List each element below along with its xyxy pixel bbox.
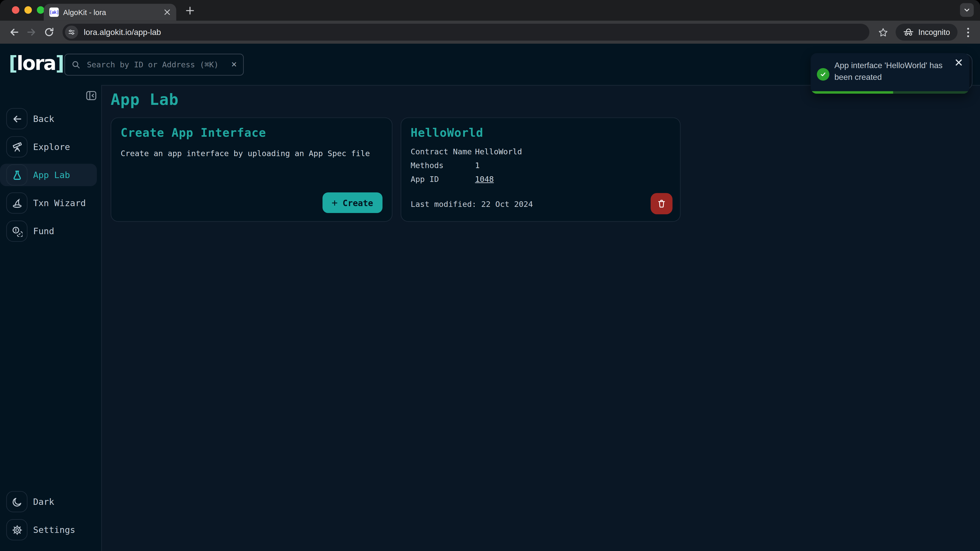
sidebar-nav: Back Explore App Lab xyxy=(0,107,101,242)
lora-app: [lora] × Back xyxy=(0,44,980,551)
tab-strip: [ak] AlgoKit - lora xyxy=(0,0,980,21)
app-id-link[interactable]: 1048 xyxy=(475,175,494,183)
sidebar-item-fund[interactable]: Fund xyxy=(0,220,101,242)
back-arrow-icon[interactable] xyxy=(6,108,27,129)
lora-logo[interactable]: [lora] xyxy=(9,52,63,74)
back-button[interactable] xyxy=(5,24,23,41)
flask-icon[interactable] xyxy=(6,164,27,186)
cards-row: Create App Interface Create an app inter… xyxy=(110,118,980,222)
toast-message: App interface 'HelloWorld' has been crea… xyxy=(834,59,954,83)
table-row: Contract Name HelloWorld xyxy=(410,148,671,156)
create-button-label: Create xyxy=(343,198,373,208)
tab-close-icon[interactable] xyxy=(164,9,171,16)
search-box[interactable]: × xyxy=(64,54,244,76)
tab-title: AlgoKit - lora xyxy=(63,8,164,17)
logo-bracket-close: ] xyxy=(56,52,64,74)
create-card-title: Create App Interface xyxy=(121,126,383,139)
telescope-icon[interactable] xyxy=(6,136,27,157)
create-card-description: Create an app interface by uploading an … xyxy=(121,149,383,158)
main-panel: App Lab Create App Interface Create an a… xyxy=(102,85,980,551)
search-clear-icon[interactable]: × xyxy=(231,60,237,69)
new-tab-button[interactable] xyxy=(184,4,196,17)
app-card-rows: Contract Name HelloWorld Methods 1 App I… xyxy=(410,148,671,183)
table-row: App ID 1048 xyxy=(410,175,671,183)
page-title: App Lab xyxy=(110,92,980,108)
create-button[interactable]: + Create xyxy=(322,192,383,213)
app-card-title: HelloWorld xyxy=(410,126,671,139)
sidebar-item-explore[interactable]: Explore xyxy=(0,135,101,158)
search-icon xyxy=(71,60,81,69)
sidebar: Back Explore App Lab xyxy=(0,85,102,551)
sidebar-item-label: Explore xyxy=(33,142,70,152)
row-value: HelloWorld xyxy=(475,148,522,156)
reload-button[interactable] xyxy=(40,24,58,41)
url-text: lora.algokit.io/app-lab xyxy=(84,27,161,37)
sidebar-item-back[interactable]: Back xyxy=(0,107,101,130)
plus-icon: + xyxy=(331,197,338,209)
last-modified-text: Last modified: 22 Oct 2024 xyxy=(410,199,533,209)
forward-button[interactable] xyxy=(22,24,40,41)
incognito-icon xyxy=(903,28,914,36)
coins-icon[interactable] xyxy=(6,221,27,241)
sidebar-item-settings[interactable]: Settings xyxy=(0,519,101,541)
gear-icon[interactable] xyxy=(6,519,27,540)
close-window-button[interactable] xyxy=(12,6,19,14)
delete-app-button[interactable] xyxy=(651,193,673,214)
tab-favicon: [ak] xyxy=(49,7,59,17)
sidebar-item-txn-wizard[interactable]: Txn Wizard xyxy=(0,192,101,214)
trash-icon xyxy=(657,199,667,209)
tab-overview-chevron-icon[interactable] xyxy=(960,3,974,17)
wizard-hat-icon[interactable] xyxy=(6,192,27,213)
sidebar-item-label: Settings xyxy=(33,525,75,535)
collapse-sidebar-icon[interactable] xyxy=(86,90,97,101)
row-label: Contract Name xyxy=(410,148,475,156)
sidebar-item-label: Txn Wizard xyxy=(33,198,86,208)
toast-progress-bar xyxy=(811,91,969,94)
sidebar-item-label: Dark xyxy=(33,497,54,507)
helloworld-app-card: HelloWorld Contract Name HelloWorld Meth… xyxy=(401,118,681,222)
browser-tab[interactable]: [ak] AlgoKit - lora xyxy=(44,4,176,21)
success-check-icon xyxy=(817,68,829,81)
browser-toolbar: lora.algokit.io/app-lab Incognito xyxy=(0,21,980,44)
row-value: 1 xyxy=(475,161,479,170)
moon-icon[interactable] xyxy=(6,491,27,512)
sidebar-item-label: Fund xyxy=(33,226,54,236)
incognito-label: Incognito xyxy=(918,28,950,37)
logo-text: lora xyxy=(17,52,56,74)
address-bar[interactable]: lora.algokit.io/app-lab xyxy=(62,24,870,41)
screen: [ak] AlgoKit - lora lora.algokit.io/a xyxy=(0,0,980,551)
sidebar-item-app-lab[interactable]: App Lab xyxy=(0,164,97,186)
minimize-window-button[interactable] xyxy=(24,6,32,14)
favicon-text: [ak] xyxy=(49,10,59,15)
toast-close-icon[interactable] xyxy=(955,59,963,66)
logo-bracket-open: [ xyxy=(9,52,17,74)
toast-notification: App interface 'HelloWorld' has been crea… xyxy=(811,53,969,94)
incognito-badge: Incognito xyxy=(896,24,958,41)
sidebar-item-theme-dark[interactable]: Dark xyxy=(0,490,101,513)
zoom-window-button[interactable] xyxy=(37,6,44,14)
toast-progress-fill xyxy=(811,91,893,94)
create-app-interface-card: Create App Interface Create an app inter… xyxy=(110,118,392,222)
window-controls xyxy=(12,6,45,14)
row-label: App ID xyxy=(410,175,475,183)
sidebar-footer: Dark Settings xyxy=(0,490,101,541)
app-shell: Back Explore App Lab xyxy=(0,85,980,551)
toast-stack: App interface 'HelloWorld' has been crea… xyxy=(811,53,969,94)
sidebar-item-label: App Lab xyxy=(33,170,70,180)
bookmark-star-icon[interactable] xyxy=(875,24,892,41)
sidebar-item-label: Back xyxy=(33,114,54,124)
table-row: Methods 1 xyxy=(410,161,671,170)
site-settings-icon[interactable] xyxy=(65,25,78,38)
row-label: Methods xyxy=(410,161,475,170)
browser-menu-button[interactable] xyxy=(961,24,975,41)
browser-window: [ak] AlgoKit - lora lora.algokit.io/a xyxy=(0,0,980,551)
search-input[interactable] xyxy=(86,59,231,70)
